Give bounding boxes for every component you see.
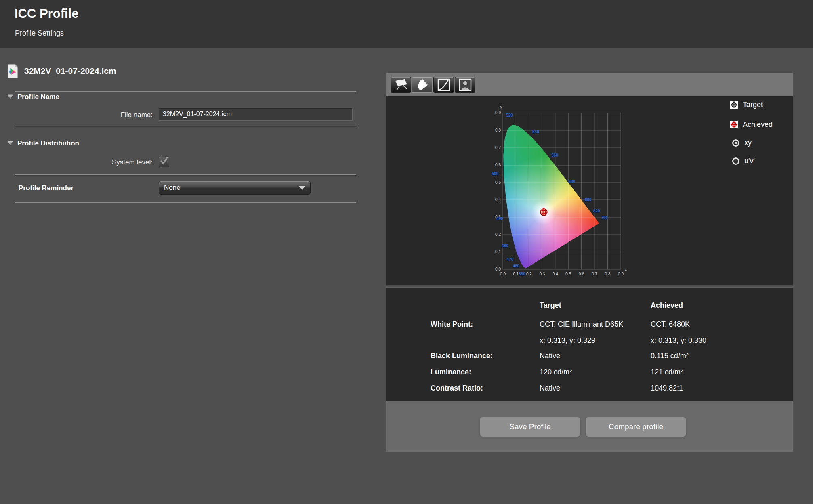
display-view-button[interactable] xyxy=(391,77,411,93)
cie-plot: 0.00.10.20.30.40.50.60.70.80.90.00.10.20… xyxy=(503,113,621,269)
row-target: Native xyxy=(540,352,560,360)
y-tick-label: 0.7 xyxy=(491,145,501,150)
x-tick-label: 0.4 xyxy=(550,272,560,276)
x-tick-label: 0.9 xyxy=(616,272,626,276)
wavelength-label: 480 xyxy=(502,244,508,248)
row-label: Contrast Ratio: xyxy=(431,384,483,393)
section-title: Profile Name xyxy=(17,93,59,101)
row-achieved: 121 cd/m² xyxy=(651,368,683,376)
row-label: Luminance: xyxy=(431,368,471,376)
profile-viewer-panel: 0.00.10.20.30.40.50.60.70.80.90.00.10.20… xyxy=(386,74,793,452)
y-tick-label: 0.5 xyxy=(491,180,501,185)
wavelength-label: 460 xyxy=(513,264,519,268)
radio-uv-label: u'v' xyxy=(744,157,755,165)
system-level-label: System level: xyxy=(61,158,153,166)
wavelength-label: 580 xyxy=(568,179,575,184)
table-row: Luminance: 120 cd/m² 121 cd/m² xyxy=(386,368,793,378)
table-row: White Point: CCT: CIE Illuminant D65K CC… xyxy=(386,320,793,331)
radio-unselected-icon[interactable] xyxy=(732,158,739,165)
y-tick-label: 0.0 xyxy=(491,267,501,271)
system-level-checkbox[interactable] xyxy=(159,157,169,167)
y-tick-label: 0.9 xyxy=(491,111,501,115)
profile-reminder-label: Profile Reminder xyxy=(19,184,74,192)
compare-profile-button[interactable]: Compare profile xyxy=(586,417,686,437)
plot-grid-and-markers xyxy=(503,113,621,269)
achieved-point-marker xyxy=(541,209,547,215)
target-marker-icon xyxy=(730,101,738,109)
table-row: Contrast Ratio: Native 1049.82:1 xyxy=(386,384,793,395)
y-tick-label: 0.6 xyxy=(491,163,501,167)
y-tick-label: 0.8 xyxy=(491,128,501,132)
page-header: ICC Profile Profile Settings xyxy=(0,0,813,48)
page-subtitle: Profile Settings xyxy=(15,29,64,38)
page-title: ICC Profile xyxy=(15,6,78,21)
row-achieved: CCT: 6480K xyxy=(651,320,690,329)
gamma-view-button[interactable] xyxy=(433,77,454,93)
col-target: Target xyxy=(540,301,561,310)
radio-uv[interactable]: u'v' xyxy=(732,157,755,165)
file-name-label: File name: xyxy=(61,111,153,119)
x-tick-label: 0.2 xyxy=(524,272,534,276)
portrait-view-button[interactable] xyxy=(455,77,475,93)
file-name-input[interactable] xyxy=(159,108,352,120)
x-tick-label: 0.7 xyxy=(590,272,599,276)
portrait-icon xyxy=(458,78,472,91)
collapse-triangle-icon xyxy=(7,141,13,146)
row-achieved: 1049.82:1 xyxy=(651,384,683,393)
y-tick-label: 0.4 xyxy=(491,197,501,202)
results-table: Target Achieved White Point: CCT: CIE Il… xyxy=(386,288,793,401)
wavelength-label: 380 xyxy=(519,272,525,276)
x-tick-label: 0.3 xyxy=(537,272,547,276)
checkmark-icon xyxy=(159,156,169,166)
save-profile-button[interactable]: Save Profile xyxy=(480,417,580,437)
section-profile-name[interactable]: Profile Name xyxy=(7,93,59,101)
row-label: Black Luminance: xyxy=(431,352,493,360)
radio-selected-icon[interactable] xyxy=(732,139,739,147)
wavelength-label: 500 xyxy=(492,172,499,176)
x-tick-label: 0.5 xyxy=(563,272,573,276)
row-target: Native xyxy=(540,384,560,393)
radio-xy-label: xy xyxy=(744,139,752,147)
row-label: White Point: xyxy=(431,320,473,329)
row-achieved: 0.115 cd/m² xyxy=(651,352,689,360)
gamut-view-button[interactable] xyxy=(412,77,433,93)
wavelength-label: 470 xyxy=(507,257,514,262)
icc-profile-page: ICC Profile Profile Settings 32M2V_01-07… xyxy=(0,0,813,504)
row-target: CCT: CIE Illuminant D65K xyxy=(540,320,623,329)
gamma-curve-icon xyxy=(437,78,451,91)
display-icon xyxy=(393,79,409,91)
section-profile-distribution[interactable]: Profile Distribution xyxy=(7,139,79,147)
row-target: x: 0.313, y: 0.329 xyxy=(540,336,595,345)
table-row: Black Luminance: Native 0.115 cd/m² xyxy=(386,352,793,362)
achieved-marker-icon xyxy=(730,121,738,128)
radio-xy[interactable]: xy xyxy=(732,139,752,147)
gamut-icon xyxy=(416,78,429,91)
divider xyxy=(15,91,356,92)
y-tick-label: 0.1 xyxy=(491,250,501,254)
icc-file-icon xyxy=(7,64,19,78)
row-achieved: x: 0.313, y: 0.330 xyxy=(651,336,706,345)
x-tick-label: 0.0 xyxy=(498,272,508,276)
wavelength-label: 620 xyxy=(593,209,600,213)
viewer-toolbar xyxy=(386,74,793,96)
profile-reminder-dropdown[interactable]: None xyxy=(159,181,311,195)
section-title: Profile Distribution xyxy=(17,139,79,147)
legend-achieved-label: Achieved xyxy=(743,120,773,129)
divider xyxy=(15,202,356,203)
profile-file-title: 32M2V_01-07-2024.icm xyxy=(24,66,116,76)
panel-footer: Save Profile Compare profile xyxy=(386,401,793,452)
divider xyxy=(15,126,356,127)
wavelength-label: 700 xyxy=(601,216,608,220)
y-axis-title: y xyxy=(500,104,502,109)
profile-file-row: 32M2V_01-07-2024.icm xyxy=(7,64,116,78)
col-achieved: Achieved xyxy=(651,301,683,310)
legend-target-label: Target xyxy=(743,101,763,109)
table-header-row: Target Achieved xyxy=(386,301,793,312)
collapse-triangle-icon xyxy=(7,94,13,99)
x-tick-label: 0.8 xyxy=(603,272,613,276)
legend-target: Target xyxy=(730,101,763,109)
legend-achieved: Achieved xyxy=(730,120,773,129)
row-target: 120 cd/m² xyxy=(540,368,572,376)
profile-reminder-value: None xyxy=(164,184,181,192)
x-tick-label: 0.6 xyxy=(577,272,586,276)
